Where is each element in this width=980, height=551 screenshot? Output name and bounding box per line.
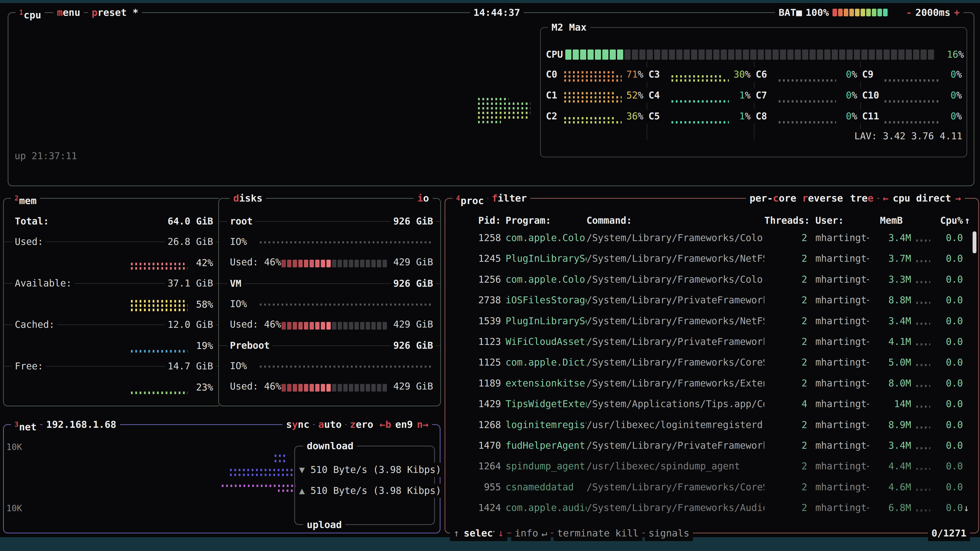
process-row[interactable]: 1539PlugInLibrarySer/System/Library/Fram… (445, 314, 978, 328)
disk-meter-block (282, 322, 286, 330)
core-graph (779, 69, 836, 82)
net-iface-cluster: ←b en9 n→ (376, 416, 432, 432)
signals-button[interactable]: signals (645, 525, 693, 541)
net-sync-button[interactable]: sync (283, 416, 313, 432)
process-row[interactable]: 1256com.apple.ColorS/System/Library/Fram… (445, 272, 978, 287)
net-auto-button[interactable]: auto (315, 416, 345, 432)
net-ip-address: 192.168.1.68 (43, 416, 120, 432)
process-row[interactable]: 1470fudHelperAgent/System/Library/Privat… (445, 438, 978, 453)
load-average: LAV: 3.42 3.76 4.11 (854, 129, 963, 143)
process-row[interactable]: 1258com.apple.ColorS/System/Library/Fram… (445, 231, 978, 245)
proc-percore-button[interactable]: per-core (746, 190, 800, 206)
tab-proc[interactable]: 4proc (452, 190, 487, 206)
process-panel: 4proc filter per-core reverse tree ← cpu… (445, 198, 979, 534)
graph-dots (131, 392, 189, 394)
proc-cpu: 0.0 (930, 314, 963, 328)
graph-dots (478, 116, 528, 119)
proc-cpu: 0.0 (930, 480, 963, 494)
mem-stat-percent: 42% (188, 256, 216, 270)
sort-next-button[interactable]: → (955, 190, 961, 206)
process-row[interactable]: 1264spindump_agent/usr/libexec/spindump_… (445, 459, 978, 473)
proc-threads: 2 (764, 293, 807, 307)
mem-stat-graph (131, 256, 189, 270)
process-row[interactable]: 1424com.apple.audio./System/Library/Fram… (445, 501, 978, 515)
core-graph (564, 111, 622, 124)
kill-button[interactable]: kill (612, 525, 642, 541)
proc-mem: 3.4M (869, 438, 911, 453)
menu-button[interactable]: menu (53, 5, 84, 21)
disks-panel: disks io root926 GiBIO%Used: 46%429 GiBV… (218, 198, 441, 407)
proc-user: mhartingt+ (815, 231, 872, 245)
iface-next-button[interactable]: n→ (417, 416, 428, 432)
graph-dots (671, 100, 729, 103)
disk-used-label: Used: 46% (228, 255, 283, 269)
core-graph (671, 111, 729, 124)
graph-dots (564, 79, 622, 82)
proc-user: mhartingt+ (815, 293, 872, 307)
scroll-more-icon[interactable]: ↓ (963, 501, 969, 515)
graph-dots (131, 304, 189, 307)
proc-pid: 1429 (455, 397, 501, 411)
disk-meter-block (343, 384, 348, 392)
proc-user: mhartingt+ (815, 438, 872, 453)
process-row[interactable]: 1189extensionkitserv/System/Library/Fram… (445, 376, 978, 391)
tab-net[interactable]: 3net (11, 416, 40, 432)
io-mode-button[interactable]: io (414, 190, 433, 206)
proc-mem: 8.8M (869, 293, 911, 307)
select-down-button[interactable]: ↓ (494, 525, 508, 541)
proc-threads: 4 (764, 397, 807, 411)
graph-dots (564, 92, 614, 94)
mem-stat-percent: 23% (188, 380, 216, 395)
proc-mem: 8.9M (869, 418, 911, 432)
core-graph (564, 69, 622, 82)
download-graph (230, 469, 293, 476)
process-row[interactable]: 1123WiFiCloudAssetsX/System/Library/Priv… (445, 335, 978, 349)
process-row[interactable]: 1429TipsWidgetExtens/System/Applications… (445, 397, 978, 411)
proc-pid: 1245 (455, 251, 501, 266)
iface-prev-button[interactable]: ←b (380, 416, 391, 432)
disk-used-meter (282, 259, 388, 270)
tab-mem[interactable]: 2mem (11, 190, 40, 206)
disk-used-value: 429 GiB (391, 255, 436, 269)
proc-threads: 2 (764, 314, 807, 328)
proc-threads: 2 (764, 231, 807, 245)
graph-dots (275, 454, 285, 457)
desktop-strip-top (0, 0, 980, 3)
sort-prev-button[interactable]: ← (883, 190, 889, 206)
disk-meter-block (338, 322, 342, 330)
interval-decrease-button[interactable]: - (906, 5, 912, 21)
disk-meter-block (326, 260, 331, 267)
cpu-model-title: M2 Max (548, 19, 590, 35)
proc-program: csnameddatad (506, 480, 574, 494)
tab-disks[interactable]: disks (230, 190, 266, 206)
disk-meter-block (310, 322, 314, 330)
battery-block (883, 9, 888, 16)
proc-cpu: 0.0 (930, 418, 963, 432)
process-row[interactable]: 1268loginitemregiste/usr/libexec/loginit… (445, 418, 978, 432)
terminate-button[interactable]: terminate (554, 525, 613, 541)
process-row[interactable]: 1125com.apple.Dictio/System/Library/Fram… (445, 355, 978, 370)
proc-table-body: 1258com.apple.ColorS/System/Library/Fram… (445, 199, 978, 533)
process-row[interactable]: 2738iOSFilesStorageE/System/Library/Priv… (445, 293, 978, 307)
tab-cpu[interactable]: 1cpu (16, 5, 45, 21)
proc-reverse-button[interactable]: reverse (799, 190, 846, 206)
uptime-label: up 21:37:11 (14, 151, 77, 162)
proc-user: mhartingt+ (815, 459, 872, 473)
proc-cpu: 0.0 (930, 438, 963, 453)
interval-increase-button[interactable]: + (954, 5, 960, 21)
disk-meter-block (343, 322, 348, 330)
proc-tree-button[interactable]: tree (846, 190, 877, 206)
net-zero-button[interactable]: zero (346, 416, 377, 432)
proc-cpu: 0.0 (930, 459, 963, 473)
proc-command: /usr/libexec/loginitemregisterd (587, 418, 763, 432)
graph-dots (564, 117, 614, 119)
preset-button[interactable]: preset * (88, 5, 142, 21)
disk-io-label: IO% (228, 359, 250, 373)
process-row[interactable]: 1245PlugInLibrarySer/System/Library/Fram… (445, 251, 978, 266)
info-button[interactable]: info (511, 525, 542, 541)
process-row[interactable]: 955csnameddatad/System/Library/Framework… (445, 480, 978, 494)
mem-stat-graph (131, 339, 189, 353)
proc-scrollbar[interactable] (973, 231, 977, 253)
proc-filter-button[interactable]: filter (488, 190, 530, 206)
core-label: C1 (543, 88, 560, 103)
